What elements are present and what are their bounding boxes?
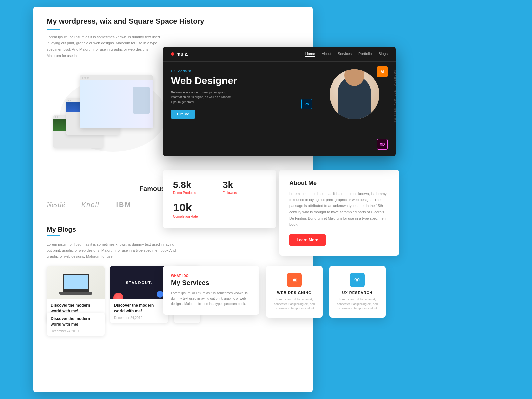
stat-followers-number: 3k <box>223 180 266 190</box>
blogs-text: Lorem ipsum, or lipsum as it is sometime… <box>47 242 180 259</box>
portfolio-hero-text: UX Specialist Web Designer Reference sit… <box>171 69 315 119</box>
services-text: Lorem ipsum, or lipsum as it is sometime… <box>171 291 251 307</box>
web-designing-icon-box: 🖥 <box>287 273 302 287</box>
ux-research-icon: 👁 <box>354 276 361 284</box>
laptop-screen <box>64 275 88 289</box>
services-what-label: WHAT I DO <box>171 274 251 278</box>
browser-content-main <box>80 80 153 128</box>
about-title: About Me <box>289 180 389 187</box>
brand-ibm: IBM <box>116 201 131 209</box>
portfolio-subtitle: UX Specialist <box>171 69 315 73</box>
web-designing-icon: 🖥 <box>291 276 298 284</box>
blog-card-body-2: Discover the modern world with me! Decem… <box>110 299 168 323</box>
browser-hero-image <box>80 80 153 128</box>
stat-followers-label: Followers <box>223 191 266 195</box>
ux-research-text: Lorem ipsum dolor sit amet, consectetur … <box>336 297 379 311</box>
web-designing-title: WEB DESIGNING <box>273 291 316 295</box>
blog-card-title-4: Discover the modern world with me! <box>51 316 101 327</box>
blog-card-title-2: Discover the modern world with me! <box>114 303 164 314</box>
ux-research-icon-box: 👁 <box>350 273 365 287</box>
wp-title: My wordpress, wix and Square Space Histo… <box>47 17 299 26</box>
browser-dot-2 <box>84 77 86 79</box>
stat-completion: 10k Completion Rate <box>173 201 266 218</box>
wp-text: Lorem ipsum, or lipsum as it is sometime… <box>47 34 163 59</box>
blog-card-body-4: Discover the modern world with me! Decem… <box>47 313 105 336</box>
about-text: Lorem ipsum, or lipsum as it is sometime… <box>289 191 389 228</box>
browser-dot-1 <box>82 77 83 79</box>
nav-home[interactable]: Home <box>305 52 315 57</box>
browser-dot-3 <box>87 77 89 79</box>
portfolio-body: UX Specialist Web Designer Reference sit… <box>163 62 396 127</box>
adobe-xd-icon: XD <box>377 139 388 150</box>
nav-blogs[interactable]: Blogs <box>378 52 388 57</box>
standout-circle-2 <box>157 291 163 298</box>
portfolio-desc: Reference site about Lorem Ipsum, giving… <box>171 90 237 104</box>
portfolio-hero-image: Ps FACEBOOK YOUTUBE TWITTER <box>321 69 388 119</box>
ux-research-title: UX RESEARCH <box>336 291 379 295</box>
blog-card-image-1 <box>47 266 105 299</box>
avatar-head <box>344 69 364 86</box>
bs-dot-3 <box>55 116 56 118</box>
bs-dot-4 <box>57 116 58 118</box>
stat-demo-label: Demo Products <box>173 191 216 195</box>
main-browser-mockup <box>80 75 153 128</box>
stat-demo-products: 5.8k Demo Products <box>173 180 216 195</box>
stat-completion-number: 10k <box>173 201 266 214</box>
web-designing-card: 🖥 WEB DESIGNING Lorem ipsum dolor sit am… <box>266 266 323 318</box>
stat-followers: 3k Followers <box>223 180 266 195</box>
portfolio-nav: muiz. Home About Services Portfolio Blog… <box>163 47 396 62</box>
portfolio-logo: muiz. <box>171 51 188 57</box>
hire-me-button[interactable]: Hire Me <box>171 110 195 119</box>
brand-knoll: Knoll <box>81 201 99 209</box>
web-designing-text: Lorem ipsum dolor sit amet, consectetur … <box>273 297 316 311</box>
avatar-figure <box>338 76 371 119</box>
about-card: About Me Lorem ipsum, or lipsum as it is… <box>279 170 399 256</box>
browser-bar <box>80 75 153 80</box>
logo-text: muiz. <box>176 51 188 57</box>
avatar-circle <box>330 69 379 119</box>
wp-underline <box>47 29 60 30</box>
logo-dot <box>171 52 174 56</box>
laptop-shape <box>63 274 89 292</box>
nav-about[interactable]: About <box>322 52 331 57</box>
stats-card: 5.8k Demo Products 3k Followers 10k Comp… <box>163 170 276 228</box>
nav-services[interactable]: Services <box>338 52 352 57</box>
stat-demo-number: 5.8k <box>173 180 216 190</box>
stats-grid: 5.8k Demo Products 3k Followers <box>173 180 266 195</box>
ux-research-card: 👁 UX RESEARCH Lorem ipsum dolor sit amet… <box>329 266 386 318</box>
adobe-ps-icon: Ps <box>301 99 312 109</box>
social-links: FACEBOOK YOUTUBE TWITTER <box>394 69 396 122</box>
bs-dot-2 <box>70 100 71 101</box>
social-youtube: YOUTUBE <box>394 90 396 106</box>
portfolio-nav-links: Home About Services Portfolio Blogs <box>305 52 388 57</box>
nav-portfolio[interactable]: Portfolio <box>358 52 372 57</box>
brand-nestle: Nestlé <box>47 200 65 209</box>
portfolio-overlay: muiz. Home About Services Portfolio Blog… <box>163 47 396 156</box>
standout-circle-1 <box>113 293 123 299</box>
services-title: My Services <box>171 279 251 287</box>
social-facebook: FACEBOOK <box>394 69 396 88</box>
bs-dot-1 <box>68 100 69 101</box>
standout-overlay-text: STANDOUT. <box>126 281 152 285</box>
learn-more-button[interactable]: Learn More <box>289 234 326 246</box>
blog-card-date-4: December 24,2019 <box>51 329 101 333</box>
services-card: WHAT I DO My Services Lorem ipsum, or li… <box>163 266 259 315</box>
portfolio-title: Web Designer <box>171 75 315 86</box>
blog-card-4[interactable]: Discover the modern world with me! Decem… <box>47 313 105 336</box>
blog-card-date-2: December 24,2019 <box>114 316 164 320</box>
blog-card-image-2: STANDOUT. <box>110 266 168 299</box>
blogs-title-underline <box>47 235 60 236</box>
social-twitter: TWITTER <box>394 107 396 122</box>
blog-card-2[interactable]: STANDOUT. Discover the modern world with… <box>110 266 168 323</box>
stat-completion-label: Completion Rate <box>173 215 266 218</box>
blog-card-title-1: Discover the modern world with me! <box>51 303 101 314</box>
